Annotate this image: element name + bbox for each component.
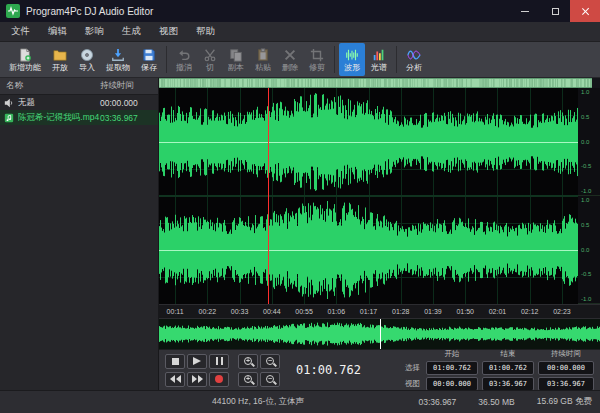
timeline-ruler: 00:11 00:22 00:33 00:44 00:55 01:06 01:1… xyxy=(159,304,600,318)
new-button[interactable]: 新增功能 xyxy=(4,43,46,76)
extract-button[interactable]: 提取物 xyxy=(101,43,135,76)
open-icon xyxy=(53,48,67,62)
minimap-overview[interactable] xyxy=(159,318,600,349)
toolbar: 新增功能 开放 导入 提取物 保存 撤消 切 副本 xyxy=(0,42,600,78)
maximize-button[interactable] xyxy=(540,0,570,22)
view-start-field[interactable]: 00:00.000 xyxy=(426,377,478,391)
ruler-label: 00:33 xyxy=(223,305,255,318)
play-icon xyxy=(193,357,201,365)
spectrum-icon xyxy=(372,48,386,62)
menu-view[interactable]: 视图 xyxy=(150,22,187,41)
spectrum-view-button[interactable]: 光谱 xyxy=(366,43,392,76)
trim-icon xyxy=(310,48,324,62)
minimize-button[interactable] xyxy=(510,0,540,22)
maximize-icon xyxy=(552,8,559,15)
selection-start-field[interactable]: 01:00.762 xyxy=(426,361,478,375)
ruler-label: 01:28 xyxy=(385,305,417,318)
copy-icon xyxy=(229,48,243,62)
copy-button[interactable]: 副本 xyxy=(223,43,249,76)
stop-icon xyxy=(172,358,179,365)
file-list-item[interactable]: 无题 00:00.000 xyxy=(0,95,158,110)
menu-effects[interactable]: 影响 xyxy=(76,22,113,41)
record-button[interactable] xyxy=(209,372,229,387)
end-column-label: 结束 xyxy=(482,349,534,359)
view-row-label: 视图 xyxy=(398,379,422,389)
duration-column-label: 持续时间 xyxy=(538,349,594,359)
app-icon xyxy=(6,4,20,18)
current-time-display: 01:00.762 xyxy=(296,363,361,377)
fast-forward-button[interactable] xyxy=(187,372,207,387)
pause-button[interactable] xyxy=(209,354,229,369)
total-duration-status: 03:36.967 xyxy=(419,397,457,407)
zoom-out-vertical-icon xyxy=(266,375,274,383)
selection-row-label: 选择 xyxy=(398,363,422,373)
loudness-overview-strip[interactable] xyxy=(159,78,600,88)
close-icon xyxy=(581,7,590,16)
window-controls xyxy=(510,0,600,22)
toolbar-separator xyxy=(396,46,397,73)
rewind-button[interactable] xyxy=(165,372,185,387)
main-content: 名称 持续时间 无题 00:00.000 陈冠希-记得我吗.mp4 03:36.… xyxy=(0,78,600,390)
ruler-label: 00:55 xyxy=(288,305,320,318)
paste-button[interactable]: 粘贴 xyxy=(250,43,276,76)
extract-icon xyxy=(111,48,125,62)
zoom-in-vertical-button[interactable] xyxy=(238,372,258,387)
ruler-label: 00:44 xyxy=(256,305,288,318)
waveform-view-button[interactable]: 波形 xyxy=(339,43,365,76)
file-list-panel: 名称 持续时间 无题 00:00.000 陈冠希-记得我吗.mp4 03:36.… xyxy=(0,78,159,390)
app-window: Program4Pc DJ Audio Editor 文件 编辑 影响 生成 视… xyxy=(0,0,600,413)
play-button[interactable] xyxy=(187,354,207,369)
transport-buttons xyxy=(165,354,280,387)
free-space-status: 15.69 GB 免费 xyxy=(537,396,592,408)
selection-view-fields: 开始 结束 持续时间 选择 01:00.762 01:00.762 00:00.… xyxy=(398,349,594,391)
music-file-icon xyxy=(4,113,14,123)
start-column-label: 开始 xyxy=(426,349,478,359)
zoom-out-button[interactable] xyxy=(260,354,280,369)
undo-button[interactable]: 撤消 xyxy=(171,43,197,76)
right-channel-scale: 1.0 0.5 0.0 -0.5 -1.0 xyxy=(578,196,600,304)
zoom-in-vertical-icon xyxy=(244,375,252,383)
analyze-button[interactable]: 分析 xyxy=(401,43,427,76)
menubar: 文件 编辑 影响 生成 视图 帮助 xyxy=(0,22,600,42)
delete-icon xyxy=(283,48,297,62)
view-duration-field[interactable]: 03:36.967 xyxy=(538,377,594,391)
save-button[interactable]: 保存 xyxy=(136,43,162,76)
selection-duration-field[interactable]: 00:00.000 xyxy=(538,361,594,375)
ruler-label: 00:22 xyxy=(191,305,223,318)
duration-column-header: 持续时间 xyxy=(100,80,158,92)
titlebar: Program4Pc DJ Audio Editor xyxy=(0,0,600,22)
zoom-in-button[interactable] xyxy=(238,354,258,369)
left-channel-scale: 1.0 0.5 0.0 -0.5 -1.0 xyxy=(578,88,600,196)
ruler-label: 02:23 xyxy=(546,305,578,318)
file-list-item-selected[interactable]: 陈冠希-记得我吗.mp4 03:36.967 xyxy=(0,110,158,125)
trim-button[interactable]: 修剪 xyxy=(304,43,330,76)
stop-button[interactable] xyxy=(165,354,185,369)
zoom-out-vertical-button[interactable] xyxy=(260,372,280,387)
rewind-icon xyxy=(169,375,181,383)
transport-panel: 01:00.762 开始 结束 持续时间 选择 01:00.762 01:00.… xyxy=(159,349,600,390)
waveform-display: 1.0 0.5 0.0 -0.5 -1.0 1.0 0.5 0.0 -0.5 -… xyxy=(159,88,600,304)
waveform-icon xyxy=(345,48,359,62)
delete-button[interactable]: 删除 xyxy=(277,43,303,76)
zoom-out-icon xyxy=(266,357,274,365)
menu-edit[interactable]: 编辑 xyxy=(39,22,76,41)
selection-end-field[interactable]: 01:00.762 xyxy=(482,361,534,375)
cut-button[interactable]: 切 xyxy=(198,43,222,76)
open-button[interactable]: 开放 xyxy=(47,43,73,76)
new-icon xyxy=(18,48,32,62)
ruler-label: 02:12 xyxy=(514,305,546,318)
record-icon xyxy=(215,375,223,383)
close-button[interactable] xyxy=(570,0,600,22)
ruler-label: 01:39 xyxy=(417,305,449,318)
window-title: Program4Pc DJ Audio Editor xyxy=(26,6,153,17)
view-end-field[interactable]: 03:36.967 xyxy=(482,377,534,391)
cut-icon xyxy=(203,48,217,62)
ruler-label: 01:50 xyxy=(449,305,481,318)
menu-generate[interactable]: 生成 xyxy=(113,22,150,41)
name-column-header: 名称 xyxy=(0,80,100,92)
import-button[interactable]: 导入 xyxy=(74,43,100,76)
waveform-canvas[interactable] xyxy=(159,88,578,304)
menu-help[interactable]: 帮助 xyxy=(187,22,224,41)
minimize-icon xyxy=(521,11,529,12)
menu-file[interactable]: 文件 xyxy=(2,22,39,41)
